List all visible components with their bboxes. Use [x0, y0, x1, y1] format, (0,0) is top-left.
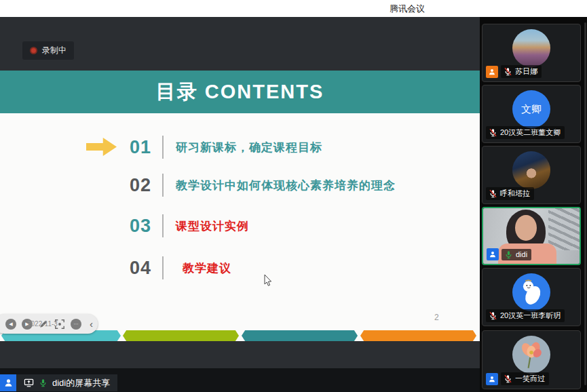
mic-muted-icon: [504, 67, 512, 76]
sidebar-scrollbar[interactable]: [584, 22, 586, 385]
toc-divider: [162, 214, 164, 237]
recording-indicator[interactable]: 录制中: [22, 41, 74, 60]
video-person-face: [515, 215, 537, 241]
collapse-toolbar-button[interactable]: ‹: [90, 318, 93, 330]
annotate-pencil-button[interactable]: [38, 319, 49, 330]
toc-divider: [162, 136, 164, 159]
mic-muted-icon: [489, 189, 497, 198]
presenter-person-badge: [487, 248, 499, 260]
presenter-toolbar: ◀ ▶ ⋯ ‹ 2022-11-3: [0, 314, 98, 334]
toc-item-text: 课型设计实例: [176, 218, 249, 234]
window-title: 腾讯会议: [339, 3, 475, 15]
toc-item-text: 研习新课标，确定课程目标: [176, 140, 322, 155]
mic-muted-icon: [489, 311, 497, 320]
recording-dot-icon: [30, 47, 37, 54]
previous-slide-button[interactable]: ◀: [5, 319, 16, 330]
avatar-initials: 文卿: [512, 90, 550, 128]
toc-item-number: 02: [124, 175, 157, 196]
mouse-cursor: [264, 275, 272, 287]
toc-divider: [162, 174, 164, 197]
participant-tile[interactable]: 呼和塔拉: [482, 146, 581, 204]
avatar-flower: [512, 336, 550, 374]
avatar-photo: [512, 29, 550, 67]
laser-pointer-button[interactable]: [54, 319, 65, 330]
participant-name: didi: [516, 250, 527, 258]
slide-ribbon-teal: [242, 330, 358, 341]
participant-tile[interactable]: 文卿 20汉英二班董文卿: [482, 85, 581, 143]
toc-item-text: 教学设计中如何体现核心素养培养的理念: [176, 178, 396, 193]
screen-share-icon: [24, 378, 34, 388]
toc-item-4: 04 教学建议: [124, 256, 231, 280]
slide-title: 目录 CONTENTS: [156, 79, 324, 106]
mic-on-icon: [39, 378, 48, 387]
participant-tile[interactable]: 一笑而过: [482, 330, 581, 389]
more-options-button[interactable]: ⋯: [71, 319, 81, 330]
slide-banner: 目录 CONTENTS: [0, 71, 480, 113]
avatar-photo: [512, 151, 550, 189]
mic-on-icon: [504, 250, 513, 259]
presenter-avatar-badge: [0, 374, 16, 391]
participant-name: 20汉英二班董文卿: [500, 128, 561, 138]
participants-sidebar: 苏日娜 文卿 20汉英二班董文卿 呼和塔拉: [480, 17, 587, 392]
participant-name: 一笑而过: [515, 374, 545, 384]
screen-share-banner: didi的屏幕共享: [16, 374, 117, 391]
host-person-badge: [486, 66, 498, 78]
recording-label: 录制中: [42, 45, 67, 56]
participant-name: 呼和塔拉: [500, 189, 530, 199]
participant-tile[interactable]: 苏日娜: [482, 24, 581, 82]
toc-item-3: 03 课型设计实例: [124, 214, 249, 238]
next-slide-button[interactable]: ▶: [22, 319, 33, 330]
toc-divider: [162, 256, 164, 279]
toc-item-number: 01: [124, 137, 157, 158]
video-background-staircase: [548, 208, 580, 250]
toc-item-number: 03: [124, 216, 157, 237]
window-titlebar: 腾讯会议: [0, 0, 587, 17]
participant-tile[interactable]: 20汉英一班李昕玥: [482, 268, 581, 326]
current-item-arrow-icon: [86, 138, 117, 156]
toc-item-number: 04: [124, 258, 157, 279]
participant-name: 20汉英一班李昕玥: [500, 311, 561, 321]
person-badge: [486, 373, 498, 385]
avatar-text: 文卿: [521, 103, 542, 116]
mic-muted-icon: [489, 128, 497, 137]
screen-share-label: didi的屏幕共享: [52, 377, 110, 389]
slide-ribbon-green: [123, 330, 239, 341]
presentation-slide: 目录 CONTENTS 01 研习新课标，确定课程目标 02 教学设计中如何体现…: [0, 71, 480, 341]
toc-item-1: 01 研习新课标，确定课程目标: [124, 135, 322, 159]
slide-ribbon-orange: [360, 330, 476, 341]
avatar-cartoon: [512, 273, 550, 311]
toc-item-text: 教学建议: [183, 260, 231, 276]
participant-name: 苏日娜: [515, 66, 537, 77]
mic-muted-icon: [504, 374, 512, 383]
toc-item-2: 02 教学设计中如何体现核心素养培养的理念: [124, 173, 396, 197]
participant-tile-active-speaker[interactable]: didi: [482, 207, 581, 265]
slide-page-number: 2: [434, 313, 439, 322]
